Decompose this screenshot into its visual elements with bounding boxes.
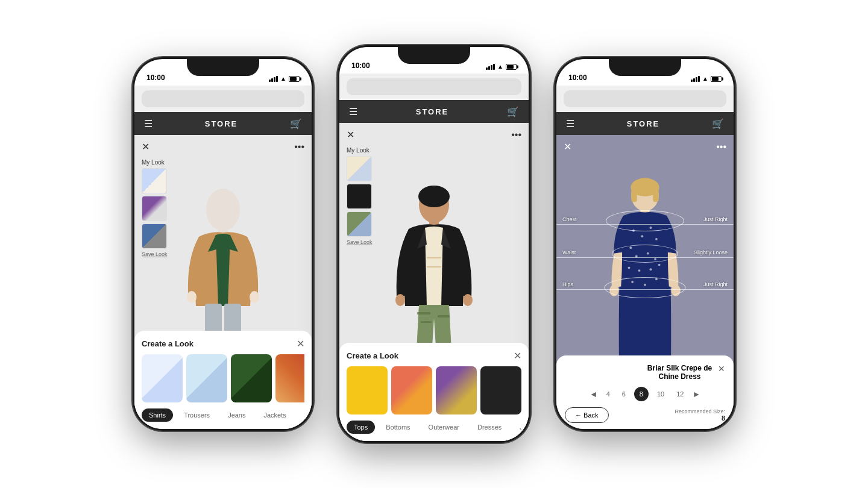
- notch-3: [609, 59, 681, 76]
- close-view-btn-3[interactable]: ✕: [564, 141, 571, 152]
- size-8-selected[interactable]: 8: [634, 387, 649, 401]
- cat-tab-bottoms[interactable]: Bottoms: [379, 421, 417, 434]
- notch-1: [187, 59, 259, 76]
- clothing-item-shirt1[interactable]: [142, 354, 183, 402]
- recommended-size-3: Recommended Size: 8: [675, 408, 725, 422]
- cat-tab-more1[interactable]: Ju...: [297, 408, 304, 422]
- signal-icon-3: [691, 76, 700, 82]
- look-thumbnails-1: [142, 168, 168, 249]
- cat-tab-shirts[interactable]: Shirts: [142, 408, 173, 422]
- phone-3: 10:00 ▲ ☰ STORE 🛒: [555, 57, 735, 431]
- size-6[interactable]: 6: [618, 389, 629, 399]
- search-bar-area-2: [339, 74, 529, 100]
- nav-bar-3: ☰ STORE 🛒: [556, 112, 734, 135]
- look-thumb-1a[interactable]: [142, 168, 167, 193]
- svg-point-15: [463, 294, 473, 306]
- product-detail-panel-3: Briar Silk Crepe de Chine Dress ✕ ◄ 4 6 …: [556, 355, 734, 429]
- svg-rect-13: [438, 315, 450, 318]
- cart-icon-3[interactable]: 🛒: [712, 118, 724, 130]
- cat-tab-jeans[interactable]: Jeans: [221, 408, 253, 422]
- look-thumbnails-2: [347, 156, 373, 237]
- back-btn-row-3: ← Back Recommended Size: 8: [565, 407, 725, 423]
- store-title-1: STORE: [205, 119, 238, 128]
- svg-point-21: [632, 230, 635, 232]
- look-thumb-2b[interactable]: [347, 184, 372, 209]
- cat-tab-more2[interactable]: J...: [512, 421, 521, 434]
- close-detail-btn-3[interactable]: ✕: [718, 364, 725, 374]
- svg-point-36: [609, 285, 618, 296]
- svg-point-30: [638, 269, 641, 272]
- svg-point-23: [650, 227, 652, 229]
- battery-icon-1: [289, 76, 300, 82]
- clothing-item-floral[interactable]: [391, 366, 432, 414]
- create-look-title-1: Create a Look: [142, 339, 193, 348]
- size-10[interactable]: 10: [653, 389, 668, 399]
- status-time-1: 10:00: [146, 74, 165, 82]
- clothing-item-shirt3[interactable]: [231, 354, 272, 402]
- view-controls-2: ✕ •••: [347, 129, 521, 140]
- svg-point-34: [644, 284, 646, 286]
- search-bar-3[interactable]: [564, 90, 726, 107]
- look-thumb-2a[interactable]: [347, 156, 372, 181]
- clothing-item-black-jacket[interactable]: [480, 366, 521, 414]
- close-panel-btn-1[interactable]: ✕: [297, 338, 304, 349]
- clothing-item-yellow[interactable]: [347, 366, 388, 414]
- app-content-2: ☰ STORE 🛒 ✕ ••• My Look: [339, 74, 529, 441]
- phones-container: 10:00 ▲ ☰ STORE 🛒: [0, 0, 868, 488]
- look-thumb-1b[interactable]: [142, 196, 167, 221]
- svg-rect-18: [631, 185, 637, 202]
- search-bar-1[interactable]: [142, 90, 304, 107]
- size-12[interactable]: 12: [673, 389, 687, 399]
- create-look-panel-2: Create a Look ✕ Tops Bottoms Outerwear D…: [339, 343, 529, 441]
- clothing-item-scarf[interactable]: [275, 354, 304, 402]
- clothing-item-patterned[interactable]: [436, 366, 477, 414]
- svg-point-31: [650, 268, 652, 271]
- cat-tab-trousers[interactable]: Trousers: [177, 408, 217, 422]
- signal-icon-1: [269, 76, 278, 82]
- next-size-btn-3[interactable]: ►: [692, 389, 700, 399]
- clothing-grid-2: [347, 366, 521, 414]
- cat-tab-dresses[interactable]: Dresses: [470, 421, 509, 434]
- search-bar-area-3: [556, 86, 734, 112]
- search-bar-2[interactable]: [347, 78, 521, 95]
- more-view-btn-1[interactable]: •••: [294, 141, 304, 152]
- svg-point-7: [418, 186, 450, 207]
- save-look-link-1[interactable]: Save Look: [142, 251, 168, 257]
- back-btn-3[interactable]: ← Back: [565, 407, 609, 423]
- prev-size-btn-3[interactable]: ◄: [590, 389, 598, 399]
- cat-tab-jackets[interactable]: Jackets: [256, 408, 293, 422]
- size-4[interactable]: 4: [603, 389, 614, 399]
- cat-tab-tops[interactable]: Tops: [347, 421, 375, 434]
- more-view-btn-2[interactable]: •••: [511, 129, 521, 140]
- look-thumb-1c[interactable]: [142, 224, 167, 249]
- menu-icon-3[interactable]: ☰: [566, 118, 574, 130]
- svg-rect-12: [421, 321, 432, 323]
- menu-icon-2[interactable]: ☰: [349, 106, 357, 117]
- close-view-btn-2[interactable]: ✕: [347, 129, 354, 140]
- cart-icon-2[interactable]: 🛒: [507, 106, 519, 117]
- close-panel-btn-2[interactable]: ✕: [514, 350, 521, 361]
- svg-point-25: [629, 246, 632, 249]
- cat-tab-outerwear[interactable]: Outerwear: [421, 421, 467, 434]
- svg-point-26: [635, 255, 638, 257]
- status-time-3: 10:00: [568, 74, 587, 82]
- close-view-btn-1[interactable]: ✕: [142, 141, 149, 152]
- create-look-header-1: Create a Look ✕: [142, 338, 304, 349]
- menu-icon-1[interactable]: ☰: [144, 118, 153, 130]
- clothing-item-shirt2[interactable]: [186, 354, 227, 402]
- category-tabs-2: Tops Bottoms Outerwear Dresses J...: [347, 421, 521, 436]
- notch-2: [398, 47, 470, 64]
- svg-point-22: [641, 235, 643, 237]
- my-look-panel-2: My Look Save Look: [347, 147, 373, 245]
- save-look-link-2[interactable]: Save Look: [347, 239, 373, 245]
- phone-1: 10:00 ▲ ☰ STORE 🛒: [133, 57, 313, 431]
- view-controls-3: ✕ •••: [564, 141, 726, 152]
- more-view-btn-3[interactable]: •••: [716, 141, 726, 152]
- status-icons-3: ▲: [691, 75, 722, 82]
- look-thumb-2c[interactable]: [347, 211, 372, 237]
- signal-icon-2: [486, 64, 495, 70]
- svg-point-4: [187, 291, 197, 303]
- search-bar-area-1: [134, 86, 312, 112]
- cart-icon-1[interactable]: 🛒: [290, 118, 302, 130]
- store-title-2: STORE: [416, 107, 449, 116]
